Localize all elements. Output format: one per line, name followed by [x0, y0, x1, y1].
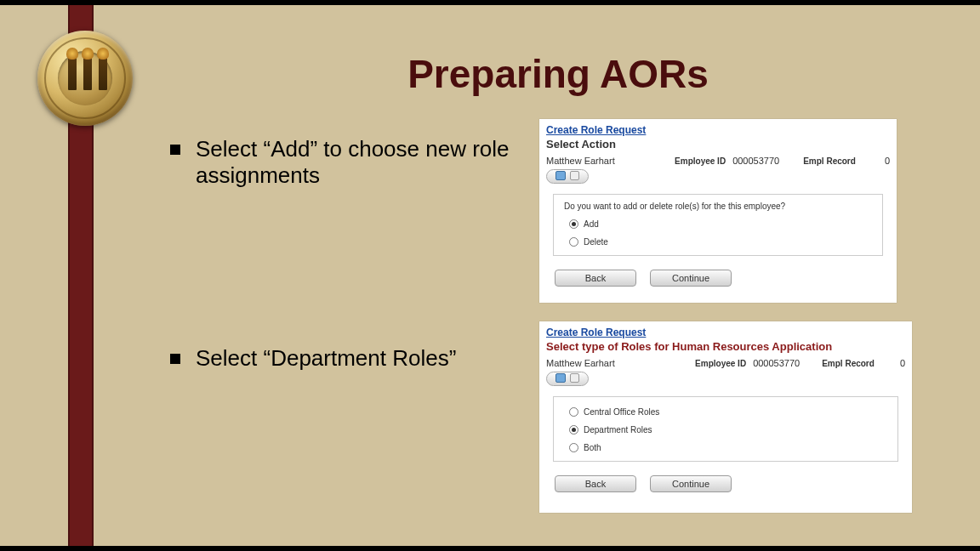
grid-icon — [556, 171, 566, 180]
employee-id-value: 000053770 — [753, 358, 800, 368]
employee-name: Matthew Earhart — [546, 358, 615, 368]
grid-icon — [556, 373, 566, 383]
bullet-square-icon — [170, 354, 180, 364]
bullet-item: Select “Department Roles” — [170, 345, 510, 372]
bullet-text: Select “Add” to choose new role assignme… — [196, 136, 510, 189]
role-type-box: Central Office Roles Department Roles Bo… — [553, 396, 898, 462]
radio-option-both[interactable]: Both — [569, 443, 887, 452]
radio-label: Central Office Roles — [584, 407, 659, 417]
create-role-request-panel-top: Create Role Request Select Action Matthe… — [539, 119, 897, 303]
radio-icon — [569, 425, 578, 435]
employee-row: Matthew Earhart Employee ID 000053770 Em… — [539, 154, 897, 169]
radio-option-central[interactable]: Central Office Roles — [569, 407, 887, 417]
history-pill-button[interactable] — [546, 372, 589, 386]
employee-id-label: Employee ID — [695, 359, 746, 368]
create-role-request-link[interactable]: Create Role Request — [539, 119, 652, 138]
employee-id-value: 000053770 — [732, 156, 779, 166]
panel-heading-select-role-type: Select type of Roles for Human Resources… — [539, 340, 912, 356]
create-role-request-link[interactable]: Create Role Request — [539, 321, 652, 340]
continue-button[interactable]: Continue — [650, 475, 732, 492]
continue-button[interactable]: Continue — [650, 270, 732, 287]
empl-record-label: Empl Record — [822, 359, 875, 368]
radio-icon — [569, 237, 578, 247]
question-box: Do you want to add or delete role(s) for… — [553, 194, 883, 256]
bullet-list: Select “Add” to choose new role assignme… — [170, 136, 510, 372]
radio-option-delete[interactable]: Delete — [569, 237, 872, 247]
history-pill-button[interactable] — [546, 169, 589, 184]
employee-row: Matthew Earhart Employee ID 000053770 Em… — [539, 356, 912, 372]
seal-torches-icon — [68, 56, 107, 90]
radio-label: Add — [584, 219, 599, 229]
radio-icon — [569, 219, 578, 229]
university-seal — [37, 31, 133, 126]
radio-label: Both — [584, 443, 601, 452]
bullet-item: Select “Add” to choose new role assignme… — [170, 136, 510, 189]
button-bar: Back Continue — [555, 475, 897, 492]
page-title: Preparing AORs — [170, 51, 946, 97]
employee-id-label: Employee ID — [675, 156, 726, 166]
bullet-text: Select “Department Roles” — [196, 345, 456, 372]
empl-record-label: Empl Record — [803, 156, 856, 166]
button-bar: Back Continue — [555, 270, 881, 287]
panel-heading-select-action: Select Action — [539, 138, 897, 154]
radio-label: Department Roles — [584, 425, 652, 435]
radio-label: Delete — [584, 237, 608, 247]
question-text: Do you want to add or delete role(s) for… — [564, 202, 872, 211]
employee-name: Matthew Earhart — [546, 156, 615, 166]
empl-record-value: 0 — [900, 358, 905, 368]
bullet-square-icon — [170, 145, 180, 155]
radio-icon — [569, 407, 578, 417]
radio-option-department[interactable]: Department Roles — [569, 425, 887, 435]
info-icon — [570, 373, 579, 383]
create-role-request-panel-bottom: Create Role Request Select type of Roles… — [539, 321, 912, 513]
back-button[interactable]: Back — [555, 475, 636, 492]
back-button[interactable]: Back — [555, 270, 636, 287]
radio-icon — [569, 443, 578, 452]
empl-record-value: 0 — [885, 156, 890, 166]
info-icon — [570, 171, 579, 180]
radio-option-add[interactable]: Add — [569, 219, 872, 229]
